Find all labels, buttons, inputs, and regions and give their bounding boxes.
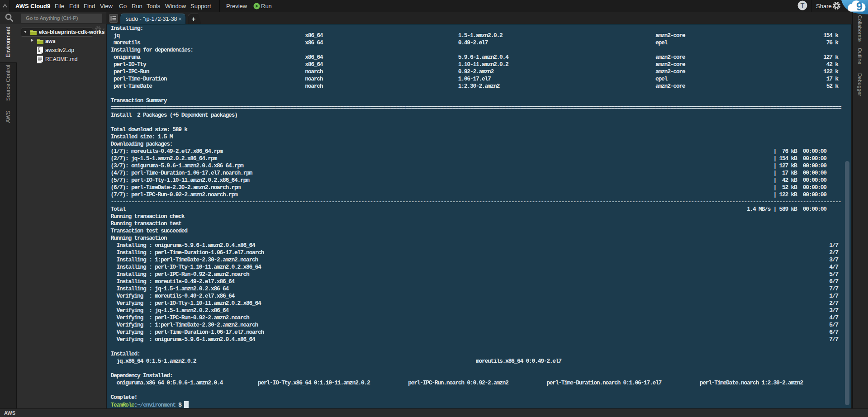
svg-text:T: T <box>800 1 804 9</box>
svg-text:9: 9 <box>856 0 863 13</box>
